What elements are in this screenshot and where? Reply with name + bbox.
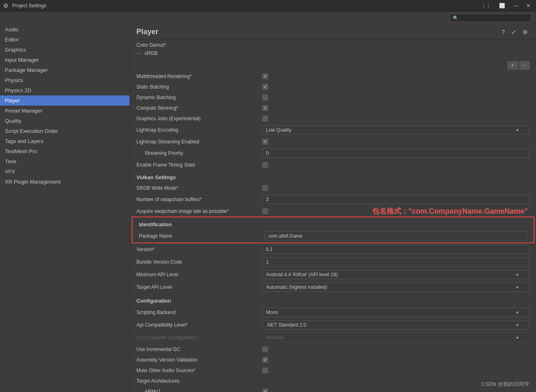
lightmap-streaming-checkbox[interactable] [262, 139, 268, 145]
lightmap-streaming-label: Lightmap Streaming Enabled [136, 139, 262, 145]
srgb-handle-icon: — [136, 50, 141, 56]
search-input[interactable] [460, 15, 528, 21]
add-remove-row: + − [130, 60, 536, 71]
acquire-swapchain-label: Acquire swapchain image late as possible… [136, 208, 262, 214]
mute-audio-checkbox[interactable] [262, 368, 268, 373]
armv7-checkbox[interactable] [262, 389, 268, 392]
graphics-jobs-checkbox[interactable] [262, 116, 268, 121]
add-gamut-button[interactable]: + [508, 61, 518, 69]
maximize-btn[interactable]: ⬜ [497, 2, 508, 9]
titlebar: ⚙ Project Settings ⋮⋮ ⬜ — ✕ [0, 0, 536, 11]
sidebar-item-input-manager[interactable]: Input Manager [0, 55, 130, 65]
sidebar-item-physics2d[interactable]: Physics 2D [0, 85, 130, 95]
swapchain-buffers-input[interactable] [262, 195, 530, 204]
frame-timing-label: Enable Frame Timing Stats [136, 162, 262, 168]
setting-incremental-gc: Use incremental GC [130, 344, 536, 355]
multithreaded-value [262, 74, 530, 79]
setting-acquire-swapchain: Acquire swapchain image late as possible… [130, 206, 536, 217]
setting-srgb-write: SRGB Write Mode* [130, 183, 536, 193]
target-api-value: Automatic (highest installed) ▼ [262, 283, 530, 292]
sidebar-item-preset-manager[interactable]: Preset Manager [0, 106, 130, 116]
lightmap-encoding-dropdown[interactable]: Low Quality ▼ [262, 126, 530, 134]
scripting-backend-arrow-icon: ▼ [515, 310, 519, 315]
target-api-dropdown[interactable]: Automatic (highest installed) ▼ [262, 283, 530, 292]
minimize-btn[interactable]: — [511, 2, 521, 9]
scripting-backend-dropdown[interactable]: Mono ▼ [262, 308, 530, 317]
srgb-write-checkbox[interactable] [262, 185, 268, 191]
acquire-swapchain-value [262, 208, 530, 214]
graphics-jobs-value [262, 116, 530, 121]
cpp-compiler-value: Release ▼ [262, 333, 530, 342]
sidebar-item-package-manager[interactable]: Package Manager [0, 65, 130, 75]
compute-skinning-checkbox[interactable] [262, 105, 268, 111]
setting-graphics-jobs: Graphics Jobs (Experimental) [130, 113, 536, 124]
dropdown-arrow-icon: ▼ [515, 128, 519, 132]
vulkan-section-header: Vulkan Settings [130, 170, 536, 183]
more-options-btn[interactable]: ⋮⋮ [479, 2, 493, 9]
frame-timing-checkbox[interactable] [262, 162, 268, 168]
layout-icon[interactable]: ⤢ [510, 28, 518, 36]
settings-panel-icon[interactable]: ⚙ [521, 28, 530, 36]
package-name-label: Package Name [139, 233, 265, 239]
target-arch-section: Target Architectures ARMv7 ARM64 x86 (Ch… [130, 376, 536, 392]
dynamic-batching-checkbox[interactable] [262, 95, 268, 100]
static-batching-value [262, 84, 530, 90]
sidebar-item-graphics[interactable]: Graphics [0, 45, 130, 55]
target-arch-label: Target Architectures [136, 378, 262, 384]
api-compat-label: Api Compatibility Level* [136, 322, 262, 328]
frame-timing-value [262, 162, 530, 168]
setting-bundle-version: Bundle Version Code [130, 256, 536, 269]
incremental-gc-checkbox[interactable] [262, 347, 268, 352]
min-api-dropdown[interactable]: Android 4.4 'KitKat' (API level 19) ▼ [262, 270, 530, 279]
help-icon[interactable]: ? [500, 28, 506, 36]
sidebar-item-audio[interactable]: Audio [0, 24, 130, 35]
setting-package-name: Package Name [132, 230, 534, 243]
package-name-input[interactable] [265, 232, 527, 240]
sidebar-item-physics[interactable]: Physics [0, 75, 130, 85]
setting-cpp-compiler: C++ Compiler Configuration Release ▼ [130, 331, 536, 344]
version-input[interactable] [262, 245, 530, 254]
setting-scripting-backend: Scripting Backend Mono ▼ [130, 306, 536, 319]
sidebar-item-editor[interactable]: Editor [0, 35, 130, 45]
sidebar: Audio Editor Graphics Input Manager Pack… [0, 24, 130, 392]
target-arch-header-row: Target Architectures [130, 376, 536, 386]
setting-armv7: ARMv7 [130, 386, 536, 392]
srgb-write-value [262, 185, 530, 191]
streaming-priority-input[interactable] [262, 149, 530, 158]
sidebar-item-xr[interactable]: XR Plugin Management [0, 177, 130, 187]
static-batching-checkbox[interactable] [262, 84, 268, 90]
armv7-label: ARMv7 [136, 389, 262, 392]
lightmap-encoding-value: Low Quality ▼ [262, 126, 530, 134]
sidebar-item-textmesh[interactable]: TextMesh Pro [0, 146, 130, 156]
multithreaded-checkbox[interactable] [262, 74, 268, 79]
armv7-value [262, 389, 530, 392]
sidebar-item-time[interactable]: Time [0, 156, 130, 167]
remove-gamut-button[interactable]: − [519, 61, 530, 69]
sidebar-item-tags-layers[interactable]: Tags and Layers [0, 136, 130, 146]
acquire-swapchain-checkbox[interactable] [262, 208, 268, 214]
searchbar: 🔍 [0, 11, 536, 24]
lightmap-encoding-label: Lightmap Encoding [136, 127, 262, 133]
setting-compute-skinning: Compute Skinning* [130, 103, 536, 113]
min-api-arrow-icon: ▼ [515, 273, 519, 277]
sidebar-item-vfx[interactable]: VFX [0, 167, 130, 177]
csdn-watermark: CSDN @我的邱同学 [481, 381, 530, 388]
bundle-version-input[interactable] [262, 258, 530, 266]
cpp-compiler-label: C++ Compiler Configuration [136, 335, 262, 340]
close-btn[interactable]: ✕ [524, 2, 533, 9]
content-header: Player ? ⤢ ⚙ [130, 24, 536, 40]
assembly-validation-checkbox[interactable] [262, 357, 268, 363]
api-compat-dropdown[interactable]: .NET Standard 2.0 ▼ [262, 321, 530, 329]
compute-skinning-label: Compute Skinning* [136, 105, 262, 111]
incremental-gc-label: Use incremental GC [136, 347, 262, 352]
dynamic-batching-label: Dynamic Batching [136, 95, 262, 100]
sidebar-item-player[interactable]: Player [0, 95, 130, 106]
vulkan-section: Vulkan Settings SRGB Write Mode* Number … [130, 170, 536, 217]
api-compat-value: .NET Standard 2.0 ▼ [262, 321, 530, 329]
setting-lightmap-streaming: Lightmap Streaming Enabled [130, 136, 536, 147]
bundle-version-value [262, 258, 530, 266]
sidebar-item-quality[interactable]: Quality [0, 116, 130, 126]
settings-icon: ⚙ [3, 2, 10, 9]
sidebar-item-script-execution[interactable]: Script Execution Order [0, 126, 130, 136]
identification-continued: Version* Bundle Version Code Minimum API… [130, 243, 536, 294]
